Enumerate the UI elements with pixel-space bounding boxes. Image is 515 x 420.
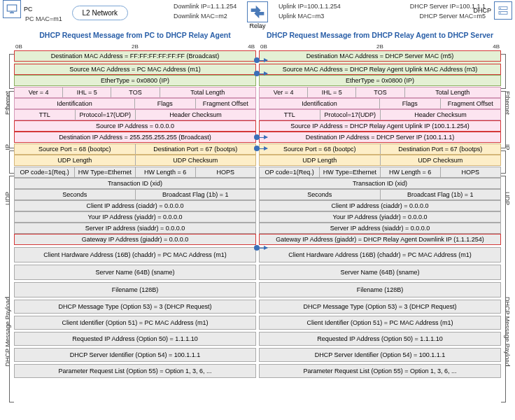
relay-label: Relay bbox=[249, 22, 265, 29]
sname: Server Name (64B) (sname) bbox=[14, 265, 256, 280]
eth-dst-r: Destination MAC Address = DHCP Server MA… bbox=[259, 50, 501, 62]
ip-src-r: Source IP Address = DHCP Relay Agent Upl… bbox=[259, 120, 501, 132]
seconds-flags: SecondsBroadcast Flag (1b) = 1 bbox=[14, 189, 256, 200]
relay-icon bbox=[247, 1, 268, 22]
yiaddr: Your IP Address (yiaddr) = 0.0.0.0 bbox=[14, 211, 256, 223]
opt50-r: Requested IP Address (Option 50) = 1.1.1… bbox=[259, 332, 501, 346]
payload-row1-r: OP code=1(Req.)HW Type=EthernetHW Length… bbox=[259, 167, 501, 178]
svg-rect-0 bbox=[7, 5, 17, 11]
opt51: Client Identifier (Option 51) = PC MAC A… bbox=[14, 316, 256, 330]
opt55: Parameter Request List (Option 55) = Opt… bbox=[14, 364, 256, 378]
ip-dst-r: Destination IP Address = DHCP Server IP … bbox=[259, 132, 501, 143]
udp-len: UDP LengthUDP Checksum bbox=[14, 155, 256, 166]
uplink-ip: Uplink IP=100.1.1.254 bbox=[278, 3, 341, 10]
svg-rect-1 bbox=[10, 13, 14, 14]
downlink-mac: Downlink MAC=m2 bbox=[174, 13, 227, 20]
ip-row3-r: TTLProtocol=17(UDP)Header Checksum bbox=[259, 109, 501, 120]
eth-dst: Destination MAC Address = FF:FF:FF:FF:FF… bbox=[14, 50, 256, 62]
udp-ports: Source Port = 68 (bootpc)Destination Por… bbox=[14, 144, 256, 155]
pc-icon bbox=[3, 0, 21, 18]
siaddr: Server IP address (siaddr) = 0.0.0.0 bbox=[14, 223, 256, 234]
giaddr: Gateway IP Address (giaddr) = 0.0.0.0 bbox=[14, 234, 256, 245]
payload-section-r: OP code=1(Req.)HW Type=EthernetHW Length… bbox=[259, 167, 501, 378]
ip-row3: TTLProtocol=17(UDP)Header Checksum bbox=[14, 109, 256, 120]
dhcp-label: DHCP bbox=[473, 7, 491, 14]
byte-ruler-r: 0B2B4B bbox=[259, 43, 501, 50]
ip-section-r: Ver = 4IHL = 5TOSTotal Length Identifica… bbox=[259, 87, 501, 143]
svg-point-6 bbox=[500, 13, 502, 14]
opt51-r: Client Identifier (Option 51) = PC MAC A… bbox=[259, 316, 501, 330]
eth-src-r: Source MAC Address = DHCP Relay Agent Up… bbox=[259, 64, 501, 75]
top-bar: PC PC MAC=m1 L2 Network Downlink IP=1.1.… bbox=[0, 0, 515, 28]
connector-dot bbox=[254, 146, 260, 151]
ip-section: Ver = 4IHL = 5TOSTotal Length Identifica… bbox=[14, 87, 256, 143]
chaddr: Client Hardware Address (16B) (chaddr) =… bbox=[14, 247, 256, 262]
seconds-flags-r: SecondsBroadcast Flag (1b) = 1 bbox=[259, 189, 501, 200]
left-title: DHCP Request Message from PC to DHCP Rel… bbox=[14, 31, 256, 39]
dhcp-server-icon bbox=[494, 1, 512, 20]
udp-section-r: Source Port = 68 (bootpc)Destination Por… bbox=[259, 144, 501, 166]
eth-type: EtherType = 0x0800 (IP) bbox=[14, 75, 256, 86]
udp-len-r: UDP LengthUDP Checksum bbox=[259, 155, 501, 166]
opt54: DHCP Server Identifier (Option 54) = 100… bbox=[14, 348, 256, 362]
connector-dot bbox=[254, 134, 260, 140]
downlink-ip: Downlink IP=1.1.1.254 bbox=[174, 3, 237, 10]
ip-row1-r: Ver = 4IHL = 5TOSTotal Length bbox=[259, 87, 501, 98]
ip-row2-r: IdentificationFlagsFragment Offset bbox=[259, 98, 501, 109]
siaddr-r: Server IP address (siaddr) = 0.0.0.0 bbox=[259, 223, 501, 234]
payload-row1: OP code=1(Req.)HW Type=EthernetHW Length… bbox=[14, 167, 256, 178]
svg-point-5 bbox=[500, 8, 502, 9]
yiaddr-r: Your IP Address (yiaddr) = 0.0.0.0 bbox=[259, 211, 501, 223]
connector-dot bbox=[254, 71, 260, 76]
connector-dot bbox=[254, 245, 260, 251]
udp-section: Source Port = 68 (bootpc)Destination Por… bbox=[14, 144, 256, 166]
giaddr-r: Gateway IP Address (giaddr) = DHCP Relay… bbox=[259, 234, 501, 245]
pc-mac: PC MAC=m1 bbox=[25, 15, 62, 22]
ciaddr: Client IP address (ciaddr) = 0.0.0.0 bbox=[14, 200, 256, 211]
opt54-r: DHCP Server Identifier (Option 54) = 100… bbox=[259, 348, 501, 362]
filename-r: Filename (128B) bbox=[259, 282, 501, 298]
payload-section: OP code=1(Req.)HW Type=EthernetHW Length… bbox=[14, 167, 256, 378]
byte-ruler: 0B2B4B bbox=[14, 43, 256, 50]
ciaddr-r: Client IP address (ciaddr) = 0.0.0.0 bbox=[259, 200, 501, 211]
eth-src: Source MAC Address = PC MAC Address (m1) bbox=[14, 64, 256, 75]
xid-r: Transaction ID (xid) bbox=[259, 178, 501, 189]
l2-network-label: L2 Network bbox=[72, 6, 129, 20]
connector-dot bbox=[254, 57, 260, 63]
pc-label: PC bbox=[24, 6, 33, 13]
opt55-r: Parameter Request List (Option 55) = Opt… bbox=[259, 364, 501, 378]
udp-ports-r: Source Port = 68 (bootpc)Destination Por… bbox=[259, 144, 501, 155]
ip-src: Source IP Address = 0.0.0.0 bbox=[14, 120, 256, 132]
opt53-r: DHCP Message Type (Option 53) = 3 (DHCP … bbox=[259, 300, 501, 314]
ethernet-section: Destination MAC Address = FF:FF:FF:FF:FF… bbox=[14, 50, 256, 86]
ip-row1: Ver = 4IHL = 5TOSTotal Length bbox=[14, 87, 256, 98]
filename: Filename (128B) bbox=[14, 282, 256, 298]
opt53: DHCP Message Type (Option 53) = 3 (DHCP … bbox=[14, 300, 256, 314]
sname-r: Server Name (64B) (sname) bbox=[259, 265, 501, 280]
uplink-mac: Uplink MAC=m3 bbox=[278, 13, 324, 20]
opt50: Requested IP Address (Option 50) = 1.1.1… bbox=[14, 332, 256, 346]
xid: Transaction ID (xid) bbox=[14, 178, 256, 189]
ip-row2: IdentificationFlagsFragment Offset bbox=[14, 98, 256, 109]
chaddr-r: Client Hardware Address (16B) (chaddr) =… bbox=[259, 247, 501, 262]
right-title: DHCP Request Message from DHCP Relay Age… bbox=[259, 31, 501, 39]
ip-dst: Destination IP Address = 255.255.255.255… bbox=[14, 132, 256, 143]
ethernet-section-r: Destination MAC Address = DHCP Server MA… bbox=[259, 50, 501, 86]
eth-type-r: EtherType = 0x0800 (IP) bbox=[259, 75, 501, 86]
